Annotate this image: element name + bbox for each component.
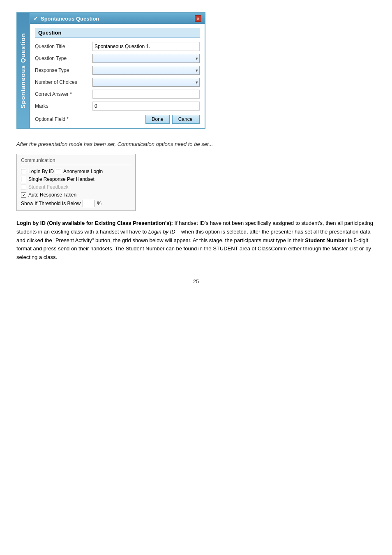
marks-field (92, 102, 200, 111)
student-feedback-label: Student Feedback (28, 184, 68, 190)
login-by-id-row: Login By ID Anonymous Login (21, 169, 131, 174)
question-title-label: Question Title (35, 44, 92, 49)
number-of-choices-select-wrapper (92, 78, 200, 87)
question-type-select[interactable] (92, 54, 200, 63)
login-by-id-label: Login By ID (28, 169, 54, 174)
single-response-row: Single Response Per Handset (21, 176, 131, 182)
response-type-field (92, 66, 200, 75)
dialog-sidebar-label: Spontaneous Question (16, 12, 29, 129)
marks-row: Marks (35, 102, 200, 111)
optional-field-label: Optional Field * (35, 116, 92, 122)
page-number: 25 (16, 278, 376, 284)
single-response-label: Single Response Per Handset (28, 176, 95, 182)
number-of-choices-field (92, 78, 200, 87)
check-icon: ✓ (33, 15, 38, 22)
close-button[interactable]: × (195, 15, 201, 22)
response-type-select[interactable] (92, 66, 200, 75)
italic-note: After the presentation mode has been set… (16, 141, 376, 147)
dialog-buttons: Done Cancel (96, 115, 200, 124)
threshold-row: Show If Threshold Is Below % (21, 200, 131, 207)
question-type-field (92, 54, 200, 63)
response-type-row: Response Type (35, 66, 200, 75)
optional-row: Optional Field * Done Cancel (35, 115, 200, 124)
threshold-unit: % (97, 201, 101, 206)
number-of-choices-row: Number of Choices (35, 78, 200, 87)
done-button[interactable]: Done (145, 115, 170, 124)
body-paragraph: Login by ID (Only available for Existing… (16, 219, 376, 262)
threshold-label: Show If Threshold Is Below (21, 201, 81, 206)
question-title-field (92, 42, 200, 51)
anonymous-login-label: Anonymous Login (63, 169, 103, 174)
communication-title: Communication (21, 157, 131, 165)
auto-response-row: ✓ Auto Response Taken (21, 192, 131, 198)
dialog-content-box: ✓ Spontaneous Question × Question Questi… (29, 12, 205, 129)
cancel-button[interactable]: Cancel (172, 115, 200, 124)
number-of-choices-select[interactable] (92, 78, 200, 87)
login-by-id-checkbox[interactable] (21, 169, 26, 174)
dialog-form: Question Question Title Question Type (30, 24, 205, 128)
question-type-row: Question Type (35, 54, 200, 63)
correct-answer-row: Correct Answer * (35, 90, 200, 99)
communication-box: Communication Login By ID Anonymous Logi… (16, 154, 136, 211)
student-number-bold: Student Number (305, 237, 346, 243)
spontaneous-question-dialog: Spontaneous Question ✓ Spontaneous Quest… (16, 12, 205, 129)
question-type-label: Question Type (35, 56, 92, 61)
marks-label: Marks (35, 103, 92, 109)
dialog-titlebar: ✓ Spontaneous Question × (30, 13, 205, 24)
correct-answer-input[interactable] (92, 90, 200, 99)
threshold-input[interactable] (83, 200, 95, 207)
section-header: Question (35, 28, 200, 38)
anonymous-login-checkbox[interactable] (56, 169, 61, 174)
correct-answer-label: Correct Answer * (35, 91, 92, 97)
dialog-title-left: ✓ Spontaneous Question (33, 15, 99, 22)
auto-response-label: Auto Response Taken (28, 192, 76, 198)
auto-response-checkbox[interactable]: ✓ (21, 192, 26, 198)
marks-input[interactable] (92, 102, 200, 111)
student-feedback-row: Student Feedback (21, 184, 131, 190)
correct-answer-field (92, 90, 200, 99)
login-by-id-bold: Login by ID (Only available for Existing… (16, 220, 173, 226)
login-by-id-italic: Login by ID (148, 229, 175, 235)
response-type-select-wrapper (92, 66, 200, 75)
single-response-checkbox[interactable] (21, 177, 26, 182)
question-title-input[interactable] (92, 42, 200, 51)
number-of-choices-label: Number of Choices (35, 79, 92, 85)
question-type-select-wrapper (92, 54, 200, 63)
dialog-title-text: Spontaneous Question (41, 16, 99, 22)
question-title-row: Question Title (35, 42, 200, 51)
response-type-label: Response Type (35, 67, 92, 73)
student-feedback-checkbox[interactable] (21, 185, 26, 190)
